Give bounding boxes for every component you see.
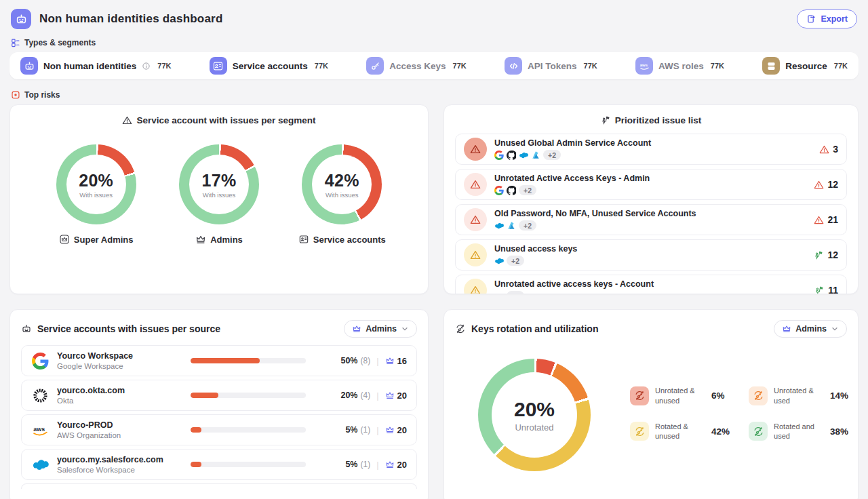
target-icon (11, 90, 20, 100)
issues-progress-bar (191, 462, 306, 467)
source-list-item[interactable]: aws Yourco-PROD AWS Organization 5% (1) … (21, 414, 417, 445)
key-rotation-icon (455, 323, 466, 334)
export-button[interactable]: Export (797, 9, 857, 28)
source-list-item[interactable]: yourco.my.salesforce.com Salesforce Work… (21, 449, 417, 480)
admin-count-value: 16 (397, 356, 407, 366)
issue-info: Unused access keys +2 (494, 244, 577, 266)
donut-percent: 20% (79, 171, 113, 191)
issue-list: Unused Global Admin Service Account +2 3… (444, 125, 858, 294)
google-logo (32, 353, 49, 370)
donut-percent: 20% (514, 398, 555, 421)
crown-icon (352, 324, 361, 334)
issue-list-item[interactable]: Old Password, No MFA, Unused Service Acc… (455, 204, 847, 235)
crown-icon (385, 460, 395, 469)
panel-title-text: Service accounts with issues per source (37, 323, 220, 334)
admin-count-value: 20 (397, 425, 407, 435)
issue-providers: +2 (494, 291, 654, 294)
legend-value: 38% (830, 426, 848, 437)
type-segment-item[interactable]: Access Keys 77K (366, 57, 467, 75)
segment-donut-block: 20% With issues Super Admins (42, 144, 151, 245)
panel-head: Service accounts with issues per source … (10, 310, 428, 344)
type-segment-item[interactable]: Non human identities 77K (20, 57, 171, 75)
panel-title-text: Prioritized issue list (615, 115, 702, 125)
donut-center: 20% Unrotated (492, 372, 577, 458)
source-list-item[interactable]: Yourco Workspace Google Workspace 50% (8… (21, 345, 417, 376)
segment-filter-dropdown[interactable]: Admins (344, 320, 417, 338)
chevron-down-icon (831, 325, 839, 333)
severity-icon (464, 173, 487, 196)
more-providers-badge: +2 (543, 150, 561, 160)
issue-list-item[interactable]: Unrotated Active Access Keys - Admin +2 … (455, 169, 847, 200)
type-segment-item[interactable]: aws AWS roles 77K (635, 57, 724, 75)
db-icon (762, 57, 780, 75)
warning-triangle-icon (470, 285, 481, 294)
source-list-item[interactable]: yourco.okta.com Okta 20% (4) | 20 (21, 380, 417, 411)
idcarddark-icon (298, 234, 309, 245)
type-segment-item[interactable]: Resource 77K (762, 57, 848, 75)
google-icon (494, 186, 504, 195)
panel-head: Keys rotation and utilization Admins (444, 310, 858, 344)
segment-filter-dropdown[interactable]: Admins (774, 320, 847, 338)
legend-item: Rotated and used 38% (749, 422, 848, 441)
admin-count: 20 (385, 425, 407, 435)
google-icon (494, 151, 504, 160)
issue-providers: +2 (494, 185, 650, 195)
issue-list-item[interactable]: Unused Global Admin Service Account +2 3 (455, 134, 847, 165)
flag-person-icon (601, 115, 611, 125)
non-human-identities-dashboard: Non human identities dashboard Export Ty… (0, 0, 868, 499)
flag-person-icon (814, 250, 824, 260)
issue-count: 12 (814, 250, 838, 260)
segment-label-text: Admins (210, 235, 243, 245)
issue-title: Unrotated active access keys - Account (494, 279, 654, 289)
issue-title: Unused access keys (494, 244, 577, 254)
crown-icon (385, 425, 395, 435)
issues-count: (4) (360, 391, 370, 400)
source-metrics: 5% (1) | 20 (345, 460, 407, 470)
issues-percent: 20% (340, 391, 357, 400)
issue-title: Old Password, No MFA, Unused Service Acc… (494, 209, 696, 218)
issue-list-item[interactable]: Unrotated active access keys - Account +… (455, 275, 847, 294)
flag-person-icon (814, 285, 825, 295)
issue-list-item[interactable]: Unused access keys +2 12 (455, 239, 847, 271)
segment-donuts-row: 20% With issues Super Admins 17% With is… (10, 125, 428, 245)
azure-icon (507, 221, 516, 231)
more-providers-badge: +2 (519, 220, 536, 231)
source-names: Yourco Workspace Google Workspace (57, 351, 182, 370)
issue-count: 12 (814, 179, 838, 190)
issue-info: Unrotated Active Access Keys - Admin +2 (494, 174, 650, 195)
source-list: Yourco Workspace Google Workspace 50% (8… (10, 344, 428, 489)
type-segment-item[interactable]: Service accounts 77K (210, 57, 328, 75)
filter-value: Admins (795, 324, 827, 334)
issues-progress-bar (191, 427, 306, 433)
severity-icon (464, 243, 487, 266)
legend-item: Unrotated & unused 6% (630, 386, 730, 405)
source-names: yourco.okta.com Okta (57, 386, 182, 405)
issue-providers: +2 (494, 150, 651, 160)
warning-triangle-icon (470, 214, 481, 225)
severity-icon (464, 208, 487, 231)
type-segment-item[interactable]: API Tokens 77K (505, 57, 597, 75)
issue-title: Unrotated Active Access Keys - Admin (494, 174, 650, 183)
type-count: 77K (157, 62, 171, 70)
awslogo-logo: aws (32, 422, 49, 439)
donut-sublabel: With issues (79, 191, 113, 199)
source-type: AWS Organization (57, 431, 182, 439)
crown-icon (385, 391, 395, 400)
panel-title: Prioritized issue list (444, 105, 858, 125)
source-type: Salesforce Workspace (57, 466, 182, 474)
source-logo (31, 386, 49, 404)
panel-title-text: Service account with issues per segment (136, 115, 315, 125)
warning-triangle-icon (814, 180, 824, 190)
issues-progress-bar (191, 358, 306, 363)
issue-info: Old Password, No MFA, Unused Service Acc… (494, 209, 696, 231)
issue-info: Unused Global Admin Service Account +2 (494, 138, 651, 160)
source-type: Google Workspace (57, 362, 182, 370)
svg-text:aws: aws (639, 63, 648, 67)
issues-progress-bar (191, 393, 306, 398)
robot-icon (20, 57, 38, 75)
robot-app-icon (11, 9, 31, 29)
issue-count: 11 (814, 285, 838, 294)
source-logo: aws (31, 421, 49, 439)
more-providers-badge: +2 (507, 256, 524, 266)
issues-percent: 5% (345, 460, 357, 469)
